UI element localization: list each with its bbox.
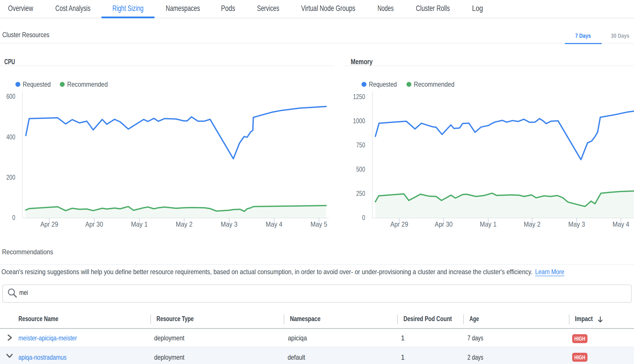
svg-text:Requested: Requested (23, 80, 51, 88)
svg-text:Apr 29: Apr 29 (390, 220, 408, 228)
svg-text:1: 1 (401, 353, 405, 361)
svg-text:Recommended: Recommended (414, 80, 454, 88)
svg-text:30 Days: 30 Days (611, 32, 629, 39)
svg-text:deployment: deployment (154, 334, 184, 342)
svg-text:apiqa-nostradamus: apiqa-nostradamus (18, 353, 67, 361)
svg-text:1000: 1000 (353, 117, 365, 125)
svg-text:250: 250 (356, 189, 365, 197)
svg-text:mei: mei (19, 289, 28, 296)
svg-text:Cost Analysis: Cost Analysis (55, 4, 90, 13)
svg-text:Apr 30: Apr 30 (435, 220, 453, 228)
svg-text:HIGH: HIGH (574, 335, 585, 342)
svg-text:Resource Type: Resource Type (156, 315, 194, 323)
svg-text:Ocean's resizing suggestions w: Ocean's resizing suggestions will help y… (1, 268, 533, 276)
svg-text:Virtual Node Groups: Virtual Node Groups (301, 4, 355, 13)
svg-text:0: 0 (12, 214, 16, 221)
svg-text:Age: Age (469, 315, 479, 323)
svg-text:Desired Pod Count: Desired Pod Count (403, 315, 452, 323)
svg-text:apiciqa: apiciqa (288, 334, 307, 342)
svg-text:deployment: deployment (154, 353, 184, 361)
svg-text:CPU: CPU (4, 58, 15, 66)
svg-text:750: 750 (356, 141, 365, 149)
svg-text:400: 400 (6, 133, 15, 141)
svg-text:default: default (288, 353, 305, 361)
svg-text:1250: 1250 (353, 93, 365, 101)
svg-text:500: 500 (356, 165, 365, 173)
svg-text:Right Sizing: Right Sizing (112, 4, 144, 13)
svg-text:Impact: Impact (575, 315, 593, 323)
svg-text:May 4: May 4 (613, 220, 629, 228)
svg-text:Namespace: Namespace (290, 315, 320, 323)
svg-text:Services: Services (257, 4, 279, 13)
svg-text:Cluster Rolls: Cluster Rolls (416, 4, 450, 13)
svg-text:May 2: May 2 (176, 220, 193, 228)
svg-text:Learn More: Learn More (535, 268, 564, 276)
svg-text:Nodes: Nodes (378, 4, 394, 13)
svg-text:May 1: May 1 (131, 220, 148, 228)
svg-text:7 Days: 7 Days (575, 32, 591, 39)
svg-text:200: 200 (6, 173, 15, 181)
svg-text:Cluster Resources: Cluster Resources (2, 31, 50, 39)
svg-text:May 3: May 3 (221, 220, 237, 228)
svg-text:May 4: May 4 (266, 220, 282, 228)
svg-text:Namespaces: Namespaces (166, 4, 200, 13)
svg-text:Log: Log (472, 4, 483, 13)
svg-text:7 days: 7 days (467, 334, 483, 342)
svg-text:Recommendations: Recommendations (2, 248, 53, 256)
svg-text:May 2: May 2 (524, 220, 541, 228)
svg-text:Resource Name: Resource Name (18, 315, 59, 323)
svg-text:Memory: Memory (351, 58, 373, 66)
svg-text:600: 600 (6, 92, 15, 100)
svg-text:2 days: 2 days (467, 353, 483, 361)
svg-text:Requested: Requested (369, 80, 397, 88)
svg-text:HIGH: HIGH (574, 354, 585, 361)
svg-text:1: 1 (401, 334, 405, 342)
svg-text:meister-apiciqa-meister: meister-apiciqa-meister (18, 334, 77, 342)
svg-text:May 1: May 1 (480, 220, 497, 228)
svg-text:Pods: Pods (221, 4, 235, 13)
svg-text:0: 0 (362, 214, 365, 221)
svg-text:Overview: Overview (8, 4, 33, 13)
svg-text:Recommended: Recommended (67, 80, 108, 88)
svg-text:May 3: May 3 (568, 220, 585, 228)
svg-text:Apr 30: Apr 30 (85, 220, 103, 228)
svg-text:May 5: May 5 (311, 220, 327, 228)
svg-text:Apr 29: Apr 29 (40, 220, 58, 228)
